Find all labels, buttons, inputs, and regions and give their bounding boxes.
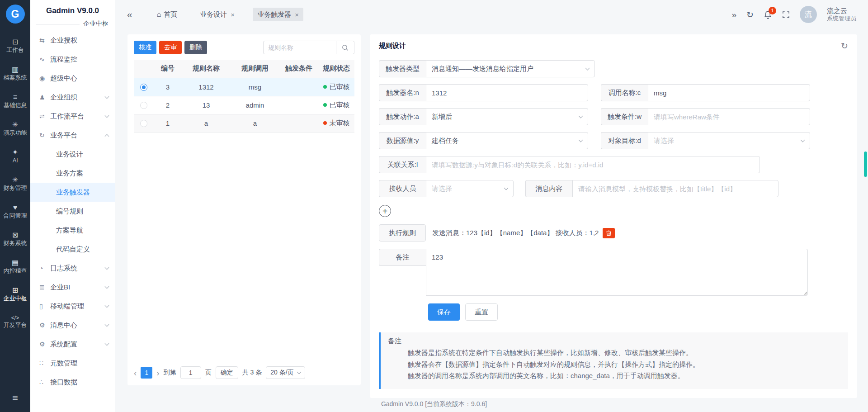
tab-home[interactable]: ⌂首页 [152, 8, 182, 21]
rail-item-contract-mgmt[interactable]: ♥合同管理 [0, 197, 30, 225]
sidebar-item-metadata-mgmt[interactable]: ∷元数管理 [30, 354, 115, 373]
prev-page-button[interactable]: ‹ [134, 369, 137, 377]
cell-status: 已审核 [318, 78, 354, 96]
row-radio[interactable] [140, 102, 147, 109]
table-row[interactable]: 2 13 admin 已审核 [134, 96, 354, 114]
sidebar-item-number-rules[interactable]: 编号规则 [30, 202, 115, 221]
unapprove-button[interactable]: 去审 [159, 41, 182, 54]
search-input[interactable] [263, 41, 336, 54]
sidebar-item-business-plan[interactable]: 业务方案 [30, 164, 115, 183]
sidebar-item-message-center[interactable]: ⚙消息中心 [30, 316, 115, 335]
rail-item-ai[interactable]: ✦Ai [0, 142, 30, 170]
approve-button[interactable]: 核准 [134, 41, 156, 54]
goto-label: 到第 [164, 369, 176, 377]
status-dot-green [323, 85, 327, 89]
sidebar-item-system-config[interactable]: ⚙系统配置 [30, 335, 115, 354]
form-actions: 保存 重置 [428, 303, 848, 321]
topbar-actions: » ↻ 1 流 流之云 系统管理员 [732, 6, 857, 23]
rail-item-internal-audit[interactable]: ▤内控稽查 [0, 252, 30, 280]
message-input[interactable] [578, 185, 773, 193]
collapse-sidebar-icon[interactable]: « [127, 9, 132, 20]
rail-item-label: 档案系统 [4, 75, 27, 81]
trigger-name-input[interactable] [432, 89, 582, 97]
sidebar-item-enterprise-org[interactable]: ♟企业组织 [30, 88, 115, 107]
confirm-page-button[interactable]: 确定 [216, 366, 238, 379]
sliders-icon: ⇆ [39, 37, 50, 44]
row-radio[interactable] [140, 120, 147, 127]
sidebar-item-process-monitor[interactable]: ∿流程监控 [30, 50, 115, 69]
page-label: 页 [205, 369, 212, 377]
chevron-down-icon [105, 341, 109, 346]
help-note-line: 触发器的调用名称是系统内部调用的英文名称，比如：change_data，用于手动… [388, 371, 841, 381]
rail-item-finance-system[interactable]: ⊠财务系统 [0, 225, 30, 252]
remark-textarea[interactable]: 123 [426, 249, 808, 296]
rail-item-dev-platform[interactable]: </>开发平台 [0, 308, 30, 335]
total-count: 共 3 条 [242, 369, 262, 377]
page-jump-input[interactable] [180, 366, 201, 379]
receivers-select[interactable]: 请选择 [426, 180, 514, 197]
sidebar-item-enterprise-bi[interactable]: ≣企业BI [30, 278, 115, 297]
rail-item-workbench[interactable]: ⊡工作台 [0, 32, 30, 59]
close-tab-icon[interactable]: × [295, 11, 299, 19]
next-page-button[interactable]: › [156, 369, 159, 377]
sidebar-item-business-trigger[interactable]: 业务触发器 [30, 183, 115, 202]
relation-input[interactable] [432, 161, 754, 169]
reset-button[interactable]: 重置 [465, 303, 498, 321]
logo-letter: G [11, 8, 19, 20]
rail-item-finance-mgmt[interactable]: ✳财务管理 [0, 170, 30, 197]
chevron-down-icon [105, 265, 109, 270]
scrollbar-thumb[interactable] [864, 152, 867, 177]
search-button[interactable] [336, 41, 354, 54]
data-source-select[interactable]: 建档任务 [426, 132, 588, 149]
tab-business-trigger[interactable]: 业务触发器× [253, 8, 303, 21]
sidebar-item-code-custom[interactable]: 代码自定义 [30, 240, 115, 259]
page-size-select[interactable]: 20 条/页 [266, 366, 305, 379]
notifications-bell-icon[interactable]: 1 [764, 10, 772, 19]
page-1-button[interactable]: 1 [141, 367, 152, 379]
save-button[interactable]: 保存 [428, 303, 460, 321]
trigger-action-label: 触发动作:a [379, 108, 426, 125]
user-avatar[interactable]: 流 [800, 6, 817, 23]
sidebar-item-super-center[interactable]: ◉超级中心 [30, 69, 115, 88]
delete-button[interactable]: 删除 [184, 41, 207, 54]
delete-rule-button[interactable] [603, 228, 615, 238]
call-name-input[interactable] [654, 89, 804, 97]
app-rail: G ⊡工作台 ▥档案系统 ≡基础信息 ✳演示功能 ✦Ai ✳财务管理 ♥合同管理… [0, 0, 30, 412]
sidebar-item-workflow-platform[interactable]: ⇌工作流平台 [30, 107, 115, 126]
add-rule-button[interactable]: + [379, 205, 391, 217]
close-tab-icon[interactable]: × [231, 11, 235, 19]
help-note-box: 备注 触发器是指系统在特定条件下自动触发执行某些操作，比如新增、修改、审核后触发… [379, 332, 848, 389]
sidebar-menu: ⇆企业授权 ∿流程监控 ◉超级中心 ♟企业组织 ⇌工作流平台 ↻业务平台 业务设… [30, 31, 115, 392]
sidebar-item-plan-nav[interactable]: 方案导航 [30, 221, 115, 240]
row-radio-selected[interactable] [140, 84, 147, 91]
menu-toggle-icon[interactable]: ≡ [12, 392, 18, 404]
rail-item-enterprise-hub[interactable]: ⊞企业中枢 [0, 280, 30, 308]
trigger-type-select[interactable]: 消息通知——发送消息给指定用户 [426, 60, 595, 77]
rules-table: 编号 规则名称 规则调用 触发条件 规则状态 3 1312 msg 已审核 [134, 60, 354, 133]
fullscreen-icon[interactable] [782, 11, 790, 19]
relation-group: 关联关系:l [379, 156, 760, 173]
code-icon: </> [11, 315, 19, 321]
menu-label: 企业组织 [50, 93, 77, 102]
receivers-group: 接收人员 请选择 [379, 180, 514, 197]
rail-item-base-info[interactable]: ≡基础信息 [0, 87, 30, 114]
expand-tabs-icon[interactable]: » [732, 10, 737, 19]
sidebar-item-log-system[interactable]: ◔日志系统 [30, 259, 115, 278]
sidebar-item-business-platform[interactable]: ↻业务平台 [30, 126, 115, 145]
trigger-condition-input[interactable] [654, 113, 804, 121]
sidebar-item-enterprise-auth[interactable]: ⇆企业授权 [30, 31, 115, 50]
sidebar-item-business-design[interactable]: 业务设计 [30, 145, 115, 164]
sidebar-item-api-data[interactable]: ∴接口数据 [30, 373, 115, 392]
table-row[interactable]: 3 1312 msg 已审核 [134, 78, 354, 96]
refresh-panel-icon[interactable]: ↻ [841, 42, 848, 50]
rail-item-archive-system[interactable]: ▥档案系统 [0, 59, 30, 87]
trigger-action-select[interactable]: 新增后 [426, 108, 588, 125]
table-row[interactable]: 1 a a 未审核 [134, 114, 354, 132]
user-info[interactable]: 流之云 系统管理员 [827, 7, 856, 23]
refresh-icon[interactable]: ↻ [746, 10, 754, 19]
tab-business-design[interactable]: 业务设计× [195, 8, 239, 21]
rail-item-demo-features[interactable]: ✳演示功能 [0, 114, 30, 142]
sidebar-item-mobile-mgmt[interactable]: ▯移动端管理 [30, 297, 115, 316]
target-select[interactable]: 请选择 [648, 132, 810, 149]
app-logo[interactable]: G [6, 5, 25, 24]
